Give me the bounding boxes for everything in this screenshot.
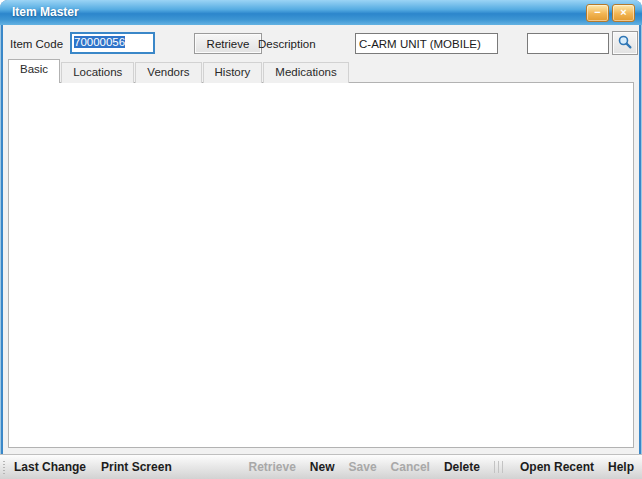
titlebar[interactable]: Item Master − × xyxy=(0,0,642,25)
tab-locations[interactable]: Locations xyxy=(61,62,134,83)
close-icon: × xyxy=(620,6,626,18)
new-action[interactable]: New xyxy=(310,460,335,474)
tab-history[interactable]: History xyxy=(203,62,263,83)
description-input[interactable] xyxy=(355,33,498,54)
item-master-window: Item Master − × Item Code 70000056 Retri… xyxy=(0,0,642,479)
minimize-icon: − xyxy=(594,6,600,18)
item-code-label: Item Code xyxy=(10,38,63,50)
open-recent-button[interactable]: Open Recent xyxy=(520,460,594,474)
last-change-button[interactable]: Last Change xyxy=(14,460,86,474)
cancel-action: Cancel xyxy=(391,460,430,474)
statusbar-grip-icon xyxy=(3,460,5,474)
minimize-button[interactable]: − xyxy=(586,4,609,22)
retrieve-button[interactable]: Retrieve xyxy=(194,33,262,54)
search-button[interactable] xyxy=(612,31,638,55)
delete-action[interactable]: Delete xyxy=(444,460,480,474)
description-label: Description xyxy=(258,38,316,50)
print-screen-button[interactable]: Print Screen xyxy=(101,460,172,474)
save-action: Save xyxy=(349,460,377,474)
tab-medications[interactable]: Medications xyxy=(263,62,348,83)
tab-basic[interactable]: Basic xyxy=(8,59,60,83)
tab-vendors[interactable]: Vendors xyxy=(135,62,201,83)
close-button[interactable]: × xyxy=(612,4,635,22)
item-code-selected-text: 70000056 xyxy=(74,36,125,48)
item-code-input[interactable]: 70000056 xyxy=(70,32,155,54)
help-button[interactable]: Help xyxy=(608,460,634,474)
status-bar: Last Change Print Screen Retrieve New Sa… xyxy=(0,454,642,479)
basic-tab-panel xyxy=(8,82,634,448)
tab-strip: Basic Locations Vendors History Medicati… xyxy=(8,61,350,83)
search-icon xyxy=(617,34,633,52)
window-title: Item Master xyxy=(12,5,79,19)
quick-search-input[interactable] xyxy=(527,33,609,54)
statusbar-separator-icon xyxy=(494,461,506,473)
retrieve-action: Retrieve xyxy=(248,460,295,474)
